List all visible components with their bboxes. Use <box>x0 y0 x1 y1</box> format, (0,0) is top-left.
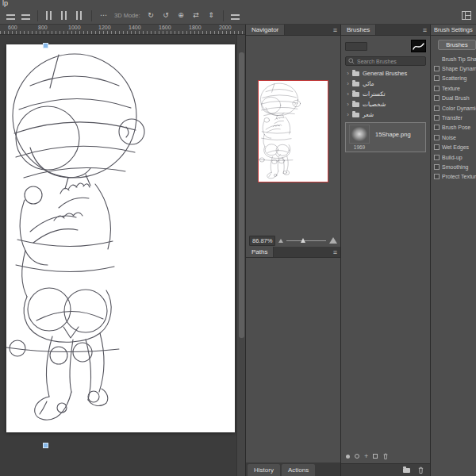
folder-label: General Brushes <box>363 70 407 77</box>
tab-brushes[interactable]: Brushes <box>341 25 376 35</box>
align-left-icon[interactable] <box>5 10 17 21</box>
align-left-glyph <box>6 12 15 20</box>
horizontal-ruler[interactable]: 600 800 1000 1200 1400 1600 1800 2000 <box>0 25 245 35</box>
3d-scale-icon[interactable]: ⇕ <box>205 10 217 21</box>
chevron-right-icon[interactable]: › <box>345 70 351 77</box>
tab-navigator[interactable]: Navigator <box>246 25 285 35</box>
checkbox[interactable] <box>434 155 440 160</box>
3d-orbit-icon[interactable]: ↻ <box>145 10 157 21</box>
path-anchor-handle-top[interactable] <box>43 43 48 48</box>
checkbox[interactable] <box>434 144 440 150</box>
setting-row-brush-pose[interactable]: Brush Pose <box>431 123 476 132</box>
menu-help-fragment[interactable]: lp <box>2 0 8 7</box>
setting-row-shape-dynamics[interactable]: Shape Dynamics <box>431 63 476 73</box>
setting-row-scattering[interactable]: Scattering <box>431 74 476 83</box>
brushes-panel-footer <box>341 463 430 476</box>
path-anchor-handle-bottom[interactable] <box>43 443 48 448</box>
3d-drag-icon[interactable]: ⊕ <box>175 10 187 21</box>
folder-icon <box>352 113 359 117</box>
checkbox[interactable] <box>434 75 440 81</box>
align-extra-icon[interactable] <box>229 10 241 21</box>
tab-actions[interactable]: Actions <box>282 464 315 476</box>
3d-slide-icon[interactable]: ⇄ <box>190 10 202 21</box>
panel-menu-icon[interactable]: ≡ <box>420 25 430 35</box>
zoom-slider-thumb[interactable] <box>301 238 305 243</box>
panel-menu-icon[interactable]: ≡ <box>330 247 340 257</box>
setting-row-build-up[interactable]: Build-up <box>431 152 476 162</box>
checkbox[interactable] <box>434 164 440 170</box>
setting-row-texture[interactable]: Texture <box>431 83 476 93</box>
brush-folder-row[interactable]: › General Brushes <box>341 68 430 79</box>
trash-icon[interactable] <box>417 466 424 474</box>
workspace-switcher-icon[interactable] <box>462 11 471 20</box>
brush-stroke-view-icon[interactable] <box>355 454 359 459</box>
canvas[interactable] <box>6 44 235 432</box>
brush-name: 15Shape.png <box>375 131 411 138</box>
brush-folder-row[interactable]: › تكسترات <box>341 89 430 99</box>
checkbox[interactable] <box>434 95 440 101</box>
zoom-slider[interactable] <box>286 236 326 244</box>
setting-row-color-dynamics[interactable]: Color Dynamics <box>431 103 476 113</box>
setting-row-dual-brush[interactable]: Dual Brush <box>431 94 476 103</box>
navigator-zoom-row: 86.87% <box>246 234 340 247</box>
distribute-middle-icon[interactable] <box>59 10 71 21</box>
navigator-proxy-view[interactable] <box>258 80 328 182</box>
setting-row-protect-texture[interactable]: Protect Texture <box>431 172 476 182</box>
setting-row-transfer[interactable]: Transfer <box>431 113 476 122</box>
setting-row-wet-edges[interactable]: Wet Edges <box>431 143 476 152</box>
brush-folder-row[interactable]: › شعر <box>341 109 430 120</box>
align-center-icon[interactable] <box>20 10 32 21</box>
chevron-right-icon[interactable]: › <box>345 90 351 98</box>
brush-preset-selected[interactable]: 1969 15Shape.png <box>345 122 426 152</box>
setting-label: Brush Tip Shape <box>442 56 476 62</box>
search-input[interactable]: Search Brushes <box>345 56 426 66</box>
zoom-in-icon[interactable] <box>329 237 337 244</box>
vertical-scrollbar-thumb[interactable] <box>239 52 244 338</box>
brush-size-value: 1969 <box>354 144 365 150</box>
checkbox[interactable] <box>434 86 440 91</box>
checkbox[interactable] <box>434 174 440 179</box>
stroke-preview-toggle[interactable] <box>411 40 426 52</box>
brush-tip-view-icon[interactable] <box>346 455 350 459</box>
folder-icon <box>352 92 359 97</box>
distribute-top-icon[interactable] <box>44 10 56 21</box>
chevron-right-icon[interactable]: › <box>345 80 351 87</box>
more-options-icon[interactable]: ⋯ <box>98 10 109 21</box>
folder-icon <box>352 102 359 107</box>
zoom-percentage-field[interactable]: 86.87% <box>249 236 275 246</box>
panel-dock: Navigator ≡ 86.87% Paths ≡ <box>245 25 476 476</box>
delete-brush-icon[interactable] <box>382 452 389 460</box>
chevron-right-icon[interactable]: › <box>345 101 351 108</box>
distribute-bottom-icon[interactable] <box>74 10 86 21</box>
document-window <box>0 35 245 476</box>
checkbox[interactable] <box>434 66 440 71</box>
tab-paths[interactable]: Paths <box>246 247 274 257</box>
setting-label: Texture <box>442 86 460 91</box>
setting-label: Protect Texture <box>442 174 476 179</box>
panel-menu-icon[interactable]: ≡ <box>330 25 340 35</box>
checkbox[interactable] <box>434 115 440 121</box>
brush-size-field[interactable] <box>345 42 367 51</box>
setting-row-noise[interactable]: Noise <box>431 132 476 142</box>
brushes-button[interactable]: Brushes <box>438 40 476 50</box>
brush-folder-row[interactable]: › مائي <box>341 79 430 89</box>
setting-row-smoothing[interactable]: Smoothing <box>431 162 476 171</box>
tab-history[interactable]: History <box>248 464 280 476</box>
zoom-out-icon[interactable] <box>278 239 283 243</box>
brush-list-view-icon[interactable] <box>373 454 378 459</box>
distribute-middle-glyph <box>61 11 69 20</box>
setting-label: Transfer <box>442 115 463 121</box>
brush-folder-row[interactable]: › شخصيات <box>341 99 430 109</box>
chevron-right-icon[interactable]: › <box>345 111 351 118</box>
new-brush-icon[interactable]: + <box>364 453 368 460</box>
checkbox[interactable] <box>434 125 440 130</box>
checkbox[interactable] <box>434 106 440 111</box>
tab-brush-settings[interactable]: Brush Settings <box>431 25 476 35</box>
photoshop-window: lp ⋯ 3D Mode: ↻ ↺ ⊕ ⇄ ⇕ 600 800 1000 120… <box>0 0 476 476</box>
vertical-scrollbar[interactable] <box>236 35 245 476</box>
setting-row-brush-tip-shape[interactable]: Brush Tip Shape <box>431 54 476 63</box>
folder-label: تكسترات <box>363 90 385 98</box>
3d-roll-icon[interactable]: ↺ <box>160 10 172 21</box>
checkbox[interactable] <box>434 135 440 140</box>
new-group-icon[interactable] <box>403 468 410 473</box>
